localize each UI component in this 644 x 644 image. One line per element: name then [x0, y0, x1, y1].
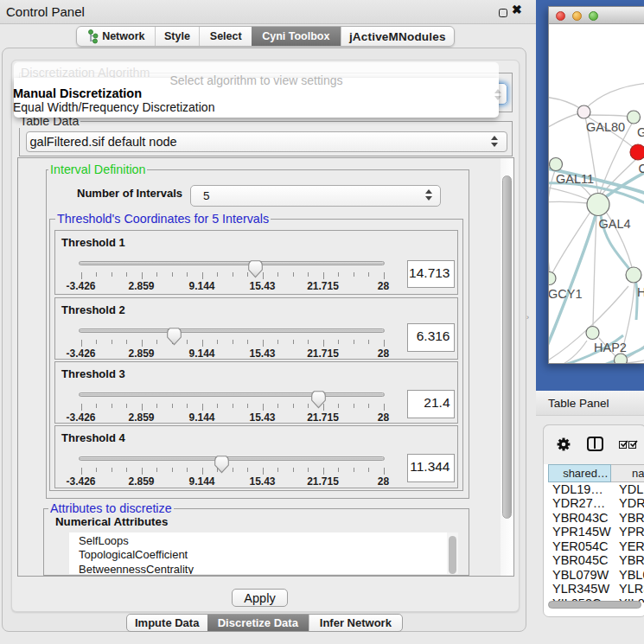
svg-text:CB: CB [639, 162, 644, 175]
svg-text:GCY1: GCY1 [549, 287, 583, 301]
svg-text:HI: HI [637, 285, 644, 299]
svg-text:GAL80: GAL80 [586, 120, 625, 134]
svg-text:GAL4: GAL4 [599, 217, 631, 231]
svg-text:HAP2: HAP2 [594, 341, 627, 354]
svg-text:GA: GA [637, 125, 644, 139]
svg-text:GAL11: GAL11 [556, 172, 594, 186]
